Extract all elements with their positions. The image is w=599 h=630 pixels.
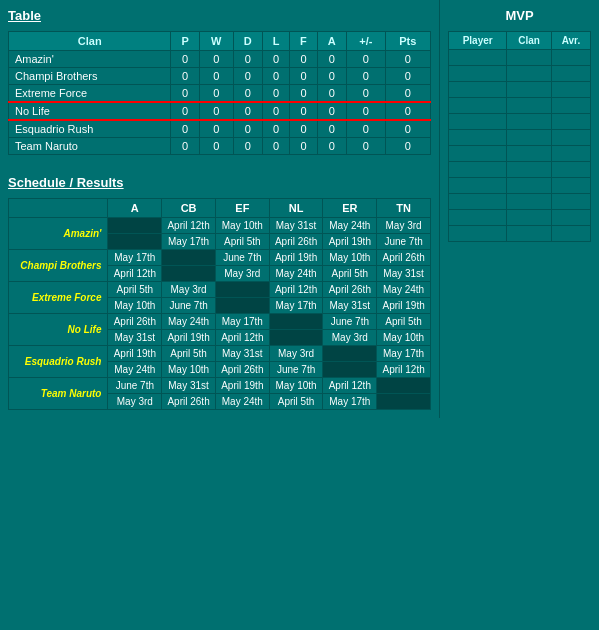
mvp-title: MVP (448, 8, 591, 23)
schedule-date-cell: April 5th (108, 282, 162, 298)
standings-p: 0 (171, 68, 199, 85)
team-name: Champi Brothers (9, 68, 171, 85)
standings-f: 0 (290, 85, 317, 103)
schedule-date-cell: May 24th (215, 394, 269, 410)
standings-plusminus: 0 (347, 102, 385, 120)
schedule-date-cell: April 12th (377, 362, 431, 378)
mvp-cell (449, 210, 507, 226)
mvp-row (449, 66, 591, 82)
mvp-header-clan: Clan (507, 32, 551, 50)
schedule-date-cell: April 5th (162, 346, 216, 362)
mvp-row (449, 146, 591, 162)
table-section-title: Table (8, 8, 431, 23)
schedule-team-label: No Life (9, 314, 108, 346)
mvp-cell (551, 178, 590, 194)
standings-plusminus: 0 (347, 120, 385, 138)
mvp-cell (507, 162, 551, 178)
team-name: Extreme Force (9, 85, 171, 103)
mvp-cell (449, 194, 507, 210)
schedule-date-cell: June 7th (108, 378, 162, 394)
schedule-date-cell: May 24th (108, 362, 162, 378)
schedule-col-header: TN (377, 199, 431, 218)
schedule-date-cell: April 12th (323, 378, 377, 394)
schedule-date-cell: April 26th (215, 362, 269, 378)
standings-row: Team Naruto00000000 (9, 138, 431, 155)
standings-header-d: D (233, 32, 262, 51)
mvp-cell (551, 114, 590, 130)
mvp-cell (551, 98, 590, 114)
schedule-date-cell: April 19th (108, 346, 162, 362)
mvp-row (449, 210, 591, 226)
standings-l: 0 (262, 138, 289, 155)
schedule-date-cell: April 19th (323, 234, 377, 250)
standings-a: 0 (317, 138, 346, 155)
standings-pts: 0 (385, 120, 430, 138)
schedule-date-cell: April 19th (162, 330, 216, 346)
mvp-cell (551, 66, 590, 82)
mvp-cell (551, 82, 590, 98)
schedule-table: ACBEFNLERTN Amazin'April 12thMay 10thMay… (8, 198, 431, 410)
schedule-date-cell: April 26th (323, 282, 377, 298)
mvp-cell (449, 114, 507, 130)
schedule-date-cell: May 3rd (215, 266, 269, 282)
schedule-team-row: Team NarutoJune 7thMay 31stApril 19thMay… (9, 378, 431, 394)
schedule-date-cell: May 31st (108, 330, 162, 346)
standings-a: 0 (317, 120, 346, 138)
schedule-date-cell: May 24th (377, 282, 431, 298)
schedule-date-cell: May 17th (108, 250, 162, 266)
mvp-cell (507, 50, 551, 66)
schedule-date-cell: May 31st (269, 218, 323, 234)
schedule-date-cell: April 26th (108, 314, 162, 330)
schedule-section-title: Schedule / Results (8, 175, 431, 190)
standings-header-p: P (171, 32, 199, 51)
schedule-date-cell: April 5th (377, 314, 431, 330)
standings-plusminus: 0 (347, 68, 385, 85)
schedule-team-label: Champi Brothers (9, 250, 108, 282)
standings-a: 0 (317, 102, 346, 120)
team-name: Team Naruto (9, 138, 171, 155)
mvp-cell (449, 178, 507, 194)
standings-f: 0 (290, 68, 317, 85)
standings-a: 0 (317, 51, 346, 68)
mvp-cell (551, 210, 590, 226)
schedule-date-cell: April 5th (215, 234, 269, 250)
schedule-team-row: Champi BrothersMay 17thJune 7thApril 19t… (9, 250, 431, 266)
standings-p: 0 (171, 51, 199, 68)
schedule-date-cell: April 19th (377, 298, 431, 314)
mvp-cell (449, 146, 507, 162)
standings-table: Clan P W D L F A +/- Pts Amazin'00000000… (8, 31, 431, 155)
schedule-team-label: Extreme Force (9, 282, 108, 314)
schedule-date-cell: May 3rd (162, 282, 216, 298)
schedule-date-cell: June 7th (377, 234, 431, 250)
mvp-row (449, 194, 591, 210)
schedule-date-cell: May 17th (377, 346, 431, 362)
schedule-date-cell: May 31st (215, 346, 269, 362)
mvp-cell (449, 66, 507, 82)
standings-l: 0 (262, 102, 289, 120)
standings-pts: 0 (385, 102, 430, 120)
mvp-cell (507, 210, 551, 226)
schedule-self-cell (162, 266, 216, 282)
schedule-date-cell: May 3rd (108, 394, 162, 410)
mvp-row (449, 98, 591, 114)
schedule-date-cell: May 3rd (377, 218, 431, 234)
mvp-cell (507, 194, 551, 210)
mvp-cell (449, 98, 507, 114)
standings-d: 0 (233, 120, 262, 138)
standings-f: 0 (290, 120, 317, 138)
standings-p: 0 (171, 138, 199, 155)
standings-w: 0 (199, 102, 233, 120)
left-panel: Table Clan P W D L F A +/- Pts Amazin'00… (0, 0, 439, 418)
team-name: Amazin' (9, 51, 171, 68)
schedule-date-cell: April 19th (269, 250, 323, 266)
schedule-date-cell: May 10th (108, 298, 162, 314)
standings-f: 0 (290, 138, 317, 155)
schedule-self-cell (269, 314, 323, 330)
mvp-cell (507, 146, 551, 162)
standings-plusminus: 0 (347, 51, 385, 68)
schedule-col-header: CB (162, 199, 216, 218)
mvp-cell (449, 82, 507, 98)
mvp-cell (507, 82, 551, 98)
schedule-date-cell: May 24th (323, 218, 377, 234)
standings-l: 0 (262, 120, 289, 138)
